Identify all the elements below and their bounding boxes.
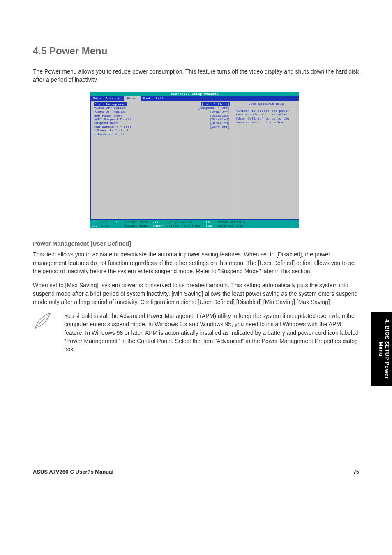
bios-row[interactable]: Video Off Method[DPMS OFF] — [94, 110, 230, 113]
submenu-arrow-icon: ▸ — [94, 132, 96, 136]
section-title: 4.5 Power Menu — [33, 45, 359, 57]
bios-row-label: Suspend Mode — [94, 121, 118, 125]
divider — [233, 107, 299, 107]
footer-manual-title: ASUS A7V266-C User?s Manual — [33, 469, 113, 475]
bios-row-value: [Suspend -> Off] — [198, 106, 230, 110]
bios-row-value: [User Defined] — [201, 102, 230, 106]
f10-label: Save and Exit — [218, 224, 243, 228]
bios-row[interactable]: ▸Hardware Monitor — [94, 132, 230, 136]
bios-row-label: HDD Power Down — [94, 114, 122, 117]
bios-row[interactable]: PWR Button < 4 Secs[Soft Off] — [94, 125, 230, 129]
bios-row-label: Hardware Monitor — [97, 132, 129, 136]
bios-tab-advanced[interactable]: Advanced — [103, 96, 124, 101]
minusplus-label: Change Values — [166, 220, 192, 224]
f9-label: Setup Defaults — [218, 220, 245, 224]
bios-tab-power[interactable]: Power — [124, 96, 141, 101]
bios-tab-boot[interactable]: Boot — [141, 96, 153, 101]
note-text: You should install the Advanced Power Ma… — [64, 312, 359, 353]
submenu-arrow-icon: ▸ — [94, 129, 96, 132]
footer-page-number: 75 — [353, 469, 359, 475]
f1-label: Help — [101, 220, 109, 224]
bios-row-label: Power Up Control — [97, 129, 129, 132]
bios-footer: F1 Help ↑↓ Select Item -/+ Change Values… — [90, 220, 299, 228]
item-heading: Power Management [User Defined] — [33, 240, 359, 247]
item-paragraph: When set to [Max Saving], system power i… — [33, 281, 359, 306]
bios-settings-pane: Power Management[User Defined] Video Off… — [91, 101, 233, 219]
bios-row-value: [Disabled] — [210, 114, 230, 117]
bios-row-value: [Soft Off] — [210, 125, 230, 129]
bios-title: AwardBIOS Setup Utility — [90, 92, 299, 96]
bios-row[interactable]: Video Off Option[Suspend -> Off] — [94, 106, 230, 110]
bios-row[interactable]: Suspend Mode[Disabled] — [94, 121, 230, 125]
item-paragraph: This field allows you to activate or dea… — [33, 250, 359, 275]
f9-key: F9 — [206, 220, 210, 224]
updown-label: Select Item — [125, 220, 147, 224]
bios-row-value: [Disabled] — [210, 121, 230, 125]
note-feather-icon — [33, 312, 52, 331]
minusplus-key: -/+ — [153, 220, 159, 224]
f10-key: F10 — [206, 224, 212, 228]
bios-row[interactable]: ▸Power Up Control — [94, 129, 230, 132]
enter-label: Select ▸ Sub-Menu — [166, 224, 200, 228]
bios-row[interactable]: Power Management[User Defined] — [94, 102, 230, 106]
bios-row-label: PWR Button < 4 Secs — [94, 125, 131, 129]
bios-row-label: ACPI Suspend To RAM — [94, 117, 131, 121]
bios-body: Power Management[User Defined] Video Off… — [90, 101, 299, 220]
side-tab: 4. BIOS SETUP Power Menu — [371, 312, 392, 386]
bios-row-label: Video Off Option — [94, 106, 126, 110]
bios-screenshot: AwardBIOS Setup Utility Main Advanced Po… — [90, 92, 299, 228]
intro-paragraph: The Power menu allows you to reduce powe… — [33, 67, 359, 84]
leftright-key: ←→ — [115, 224, 120, 228]
bios-row[interactable]: ACPI Suspend To RAM[Disabled] — [94, 117, 230, 121]
bios-menubar: Main Advanced Power Boot Exit — [90, 96, 299, 101]
leftright-label: Select Menu — [125, 224, 147, 228]
bios-tab-main[interactable]: Main — [90, 96, 103, 101]
updown-key: ↑↓ — [115, 220, 120, 224]
bios-help-body: <Enter> to select the power saving mode.… — [236, 109, 296, 124]
page: 4.5 Power Menu The Power menu allows you… — [0, 0, 392, 500]
note: You should install the Advanced Power Ma… — [33, 312, 359, 353]
page-footer: ASUS A7V266-C User?s Manual 75 — [33, 469, 359, 475]
bios-help-title: Item Specific Help — [236, 102, 296, 106]
esc-key: ESC — [92, 224, 97, 228]
bios-row[interactable]: HDD Power Down[Disabled] — [94, 114, 230, 117]
bios-help-pane: Item Specific Help <Enter> to select the… — [233, 101, 299, 219]
bios-row-value: [DPMS OFF] — [210, 110, 230, 113]
bios-row-label: Video Off Method — [94, 110, 126, 113]
enter-key: Enter — [153, 224, 163, 228]
bios-tab-exit[interactable]: Exit — [153, 96, 166, 101]
bios-row-label: Power Management — [94, 102, 127, 106]
f1-key: F1 — [92, 220, 96, 224]
bios-row-value: [Disabled] — [210, 117, 230, 121]
esc-label: Exit — [101, 224, 109, 228]
